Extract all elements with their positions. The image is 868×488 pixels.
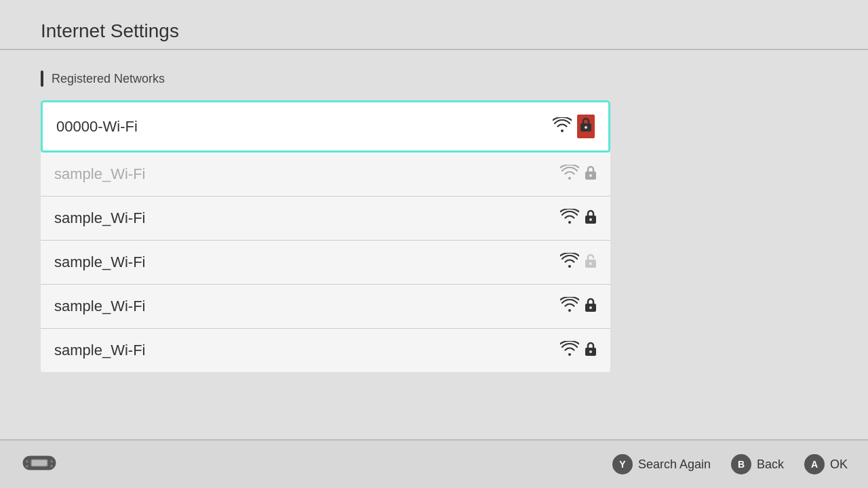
ok-button[interactable]: A OK	[804, 454, 848, 474]
a-button: A	[804, 454, 825, 474]
network-item-1[interactable]: sample_Wi-Fi	[41, 152, 610, 197]
network-icons-0	[553, 115, 595, 138]
svg-point-15	[26, 460, 28, 463]
network-icons-3	[560, 253, 597, 272]
svg-point-11	[589, 350, 592, 353]
network-name-2: sample_Wi-Fi	[54, 209, 145, 227]
controller-icon	[20, 451, 58, 478]
networks-list: 00000-Wi-Fi	[41, 100, 610, 372]
svg-point-3	[589, 174, 592, 177]
bottom-actions: Y Search Again B Back A OK	[612, 454, 848, 474]
wifi-icon-4	[560, 297, 579, 316]
lock-icon-0	[577, 115, 595, 138]
wifi-icon-5	[560, 341, 579, 360]
svg-point-17	[50, 460, 53, 463]
y-button: Y	[612, 454, 633, 474]
network-item-0[interactable]: 00000-Wi-Fi	[41, 100, 610, 152]
network-item-5[interactable]: sample_Wi-Fi	[41, 329, 610, 372]
wifi-icon-1	[560, 165, 579, 184]
network-icons-4	[560, 297, 597, 316]
content-area: Registered Networks 00000-Wi-Fi	[0, 50, 868, 392]
svg-point-7	[589, 262, 592, 265]
svg-point-1	[585, 126, 587, 129]
section-bar	[41, 70, 43, 87]
svg-point-18	[50, 465, 53, 468]
lock-icon-5	[585, 342, 597, 359]
search-again-label: Search Again	[638, 458, 711, 472]
network-name-1: sample_Wi-Fi	[54, 165, 145, 183]
bottom-bar: Y Search Again B Back A OK	[0, 439, 868, 488]
ok-label: OK	[830, 458, 848, 472]
network-name-0: 00000-Wi-Fi	[56, 118, 138, 136]
network-item-2[interactable]: sample_Wi-Fi	[41, 197, 610, 241]
lock-open-icon-3	[585, 253, 597, 271]
svg-point-16	[26, 465, 28, 468]
section-title: Registered Networks	[52, 72, 165, 86]
b-button: B	[731, 454, 751, 474]
back-button[interactable]: B Back	[731, 454, 784, 474]
lock-icon-4	[585, 298, 597, 315]
wifi-icon-2	[560, 209, 579, 228]
section-header: Registered Networks	[41, 70, 827, 87]
page-title: Internet Settings	[0, 0, 868, 49]
network-name-4: sample_Wi-Fi	[54, 298, 145, 315]
wifi-icon-3	[560, 253, 579, 272]
svg-rect-14	[32, 460, 47, 466]
network-icons-2	[560, 209, 597, 228]
network-item-4[interactable]: sample_Wi-Fi	[41, 285, 610, 329]
svg-point-9	[589, 306, 592, 309]
svg-point-5	[589, 218, 592, 221]
network-item-3[interactable]: sample_Wi-Fi	[41, 241, 610, 285]
lock-icon-1	[585, 165, 597, 183]
search-again-button[interactable]: Y Search Again	[612, 454, 711, 474]
network-name-5: sample_Wi-Fi	[54, 342, 145, 359]
network-icons-5	[560, 341, 597, 360]
network-name-3: sample_Wi-Fi	[54, 253, 145, 271]
network-icons-1	[560, 165, 597, 184]
back-label: Back	[757, 458, 784, 472]
lock-icon-2	[585, 209, 597, 227]
wifi-icon-0	[553, 117, 572, 136]
